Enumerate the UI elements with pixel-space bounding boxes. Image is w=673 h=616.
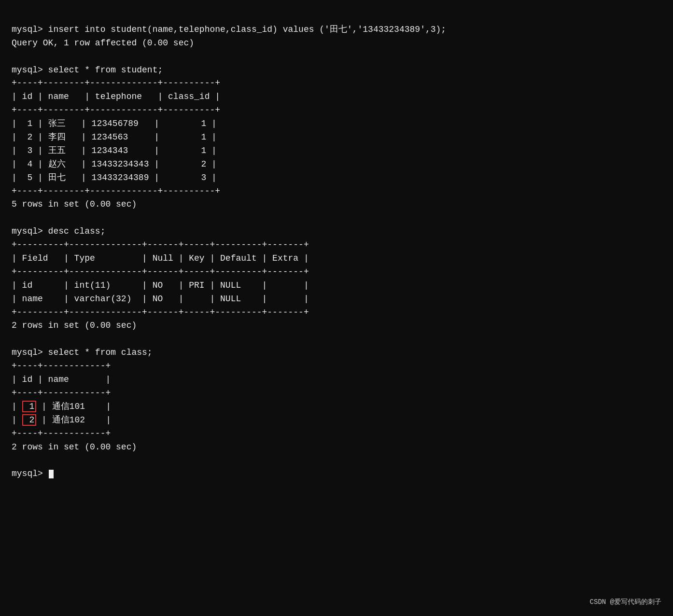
line-row4: | 4 | 赵六 | 13433234343 | 2 |	[12, 159, 217, 169]
line-desc-cmd: mysql> desc class;	[12, 226, 105, 236]
line-row5: | 5 | 田七 | 13433234389 | 3 |	[12, 173, 217, 182]
line-desc-border3: +---------+--------------+------+-----+-…	[12, 308, 309, 317]
line-desc-row2: | name | varchar(32) | NO | | NULL | |	[12, 294, 309, 304]
line-class-row2: | 2 | 通信102 |	[12, 414, 111, 426]
line-desc-row1: | id | int(11) | NO | PRI | NULL | |	[12, 280, 309, 290]
line-border3: +----+--------+-------------+----------+	[12, 186, 220, 196]
cursor-block	[49, 470, 54, 478]
line-class-count: 2 rows in set (0.00 sec)	[12, 442, 137, 452]
line-desc-header: | Field | Type | Null | Key | Default | …	[12, 253, 309, 263]
line-class-border3: +----+------------+	[12, 429, 111, 438]
watermark: CSDN @爱写代码的刺子	[590, 597, 661, 607]
line-row2: | 2 | 李四 | 1234563 | 1 |	[12, 132, 217, 142]
line-student-count: 5 rows in set (0.00 sec)	[12, 199, 137, 209]
line-border1: +----+--------+-------------+----------+	[12, 78, 220, 88]
line-class-border2: +----+------------+	[12, 388, 111, 398]
line-class-header: | id | name |	[12, 375, 111, 384]
line-desc-border1: +---------+--------------+------+-----+-…	[12, 240, 309, 250]
highlight-id-2: 2	[22, 414, 37, 426]
line-desc-border2: +---------+--------------+------+-----+-…	[12, 267, 309, 277]
line-row3: | 3 | 王五 | 1234343 | 1 |	[12, 146, 217, 155]
line-class-row1: | 1 | 通信101 |	[12, 401, 111, 412]
line-header: | id | name | telephone | class_id |	[12, 92, 220, 101]
line-border2: +----+--------+-------------+----------+	[12, 105, 220, 115]
line-desc-count: 2 rows in set (0.00 sec)	[12, 321, 137, 330]
line-select-student-cmd: mysql> select * from student;	[12, 65, 163, 75]
line-query-ok: Query OK, 1 row affected (0.00 sec)	[12, 38, 194, 48]
highlight-id-1: 1	[22, 401, 37, 412]
line-prompt: mysql>	[12, 469, 54, 478]
line-select-class-cmd: mysql> select * from class;	[12, 348, 153, 357]
line-class-border1: +----+------------+	[12, 361, 111, 371]
line-row1: | 1 | 张三 | 123456789 | 1 |	[12, 119, 217, 128]
line-insert-cmd: mysql> insert into student(name,telephon…	[12, 25, 446, 34]
terminal-output: mysql> insert into student(name,telephon…	[12, 10, 661, 481]
